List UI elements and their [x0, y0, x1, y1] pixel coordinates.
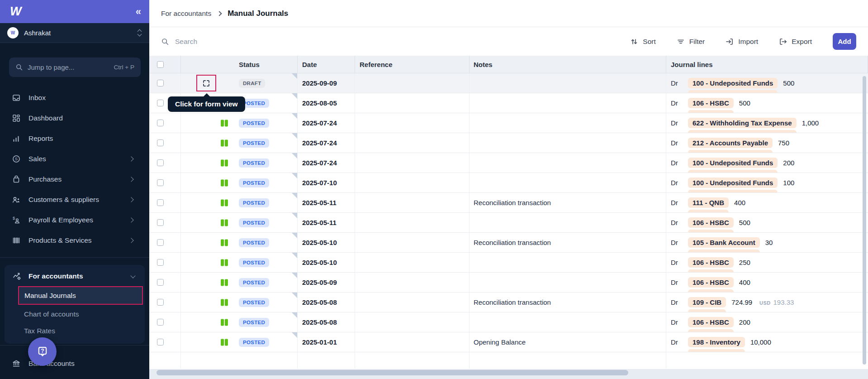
- header-journal-lines[interactable]: Journal lines: [666, 56, 868, 73]
- account-chip[interactable]: 106 - HSBC: [688, 98, 734, 108]
- row-checkbox[interactable]: [157, 100, 164, 106]
- table-row[interactable]: POSTED 2025-05-09 Dr 106 - HSBC 400 106 …: [149, 273, 868, 293]
- select-all-checkbox[interactable]: [157, 61, 164, 68]
- sidebar-item-inbox[interactable]: Inbox: [0, 87, 149, 108]
- sidebar-item-dashboard[interactable]: Dashboard: [0, 108, 149, 128]
- account-chip[interactable]: 100 - Undeposited Funds: [688, 178, 778, 188]
- sidebar-divider: [0, 345, 149, 345]
- journal-book-icon: [219, 158, 229, 167]
- table-row[interactable]: POSTED 2025-07-24 Dr 212 - Accounts Paya…: [149, 133, 868, 153]
- sidebar-item-payroll-employees[interactable]: $ Payroll & Employees: [0, 210, 149, 230]
- table-row[interactable]: POSTED 2025-01-01 Opening Balance Dr 198…: [149, 332, 868, 352]
- row-checkbox[interactable]: [157, 199, 164, 206]
- row-checkbox[interactable]: [157, 139, 164, 146]
- search-input[interactable]: [175, 38, 329, 46]
- row-checkbox[interactable]: [157, 80, 164, 86]
- filter-button[interactable]: Filter: [677, 38, 705, 46]
- form-view-expand-button[interactable]: [196, 75, 216, 91]
- row-checkbox[interactable]: [157, 259, 164, 266]
- table-row[interactable]: DRAFT 2025-09-09 Dr 100 - Undeposited Fu…: [149, 73, 868, 93]
- account-chip[interactable]: 106 - HSBC: [688, 217, 734, 228]
- row-checkbox[interactable]: [157, 179, 164, 186]
- sidebar-item-for-accountants[interactable]: For accountants: [5, 267, 145, 285]
- debit-label: Dr: [671, 298, 683, 306]
- jump-to-page-button[interactable]: Jump to page... Ctrl + P: [9, 58, 141, 77]
- import-button[interactable]: Import: [726, 38, 758, 46]
- cell-corner-marker: [292, 73, 297, 79]
- account-chip-peek: 100 - Undeposited Funds: [688, 190, 778, 192]
- org-selector[interactable]: W Ashrakat: [0, 23, 149, 43]
- table-search[interactable]: [161, 38, 630, 46]
- debit-label: Dr: [671, 159, 683, 167]
- row-checkbox[interactable]: [157, 159, 164, 166]
- debit-label: Dr: [671, 259, 683, 266]
- account-chip[interactable]: 100 - Undeposited Funds: [688, 158, 778, 168]
- header-notes[interactable]: Notes: [470, 56, 666, 73]
- horizontal-scrollbar-track[interactable]: [149, 369, 868, 379]
- account-chip[interactable]: 106 - HSBC: [688, 257, 734, 268]
- debit-label: Dr: [671, 239, 683, 246]
- table-row[interactable]: POSTED 2025-05-11 Reconciliation transac…: [149, 193, 868, 213]
- account-chip-peek: 106 - HSBC: [688, 289, 734, 292]
- table-row[interactable]: POSTED 2025-07-10 Dr 100 - Undeposited F…: [149, 173, 868, 193]
- breadcrumb-parent[interactable]: For accountants: [161, 10, 211, 18]
- account-chip[interactable]: 111 - QNB: [688, 197, 729, 208]
- horizontal-scrollbar-thumb[interactable]: [157, 370, 628, 375]
- account-chip[interactable]: 622 - Withholding Tax Expense: [688, 118, 797, 128]
- account-chip[interactable]: 106 - HSBC: [688, 317, 734, 327]
- sidebar-collapse-button[interactable]: «: [136, 7, 141, 17]
- account-chip[interactable]: 106 - HSBC: [688, 277, 734, 288]
- status-cell: POSTED: [181, 233, 298, 252]
- cell-corner-marker: [292, 193, 297, 198]
- table-row[interactable]: POSTED 2025-05-11 Dr 106 - HSBC 500 106 …: [149, 213, 868, 233]
- row-checkbox[interactable]: [157, 279, 164, 286]
- sidebar-item-chart-of-accounts[interactable]: Chart of accounts: [5, 306, 145, 322]
- journal-book-icon: [219, 119, 229, 127]
- row-checkbox[interactable]: [157, 319, 164, 326]
- sidebar-item-customers-suppliers[interactable]: Customers & suppliers: [0, 189, 149, 210]
- reference-cell: [355, 93, 470, 113]
- export-button[interactable]: Export: [779, 38, 812, 46]
- debit-label: Dr: [671, 79, 683, 87]
- date-cell: 2025-05-09: [298, 273, 355, 292]
- account-chip-peek: 111 - QNB: [688, 210, 729, 212]
- table-row[interactable]: POSTED 2025-08-05 Dr 106 - HSBC 500 106 …: [149, 93, 868, 113]
- row-checkbox[interactable]: [157, 339, 164, 345]
- table-row[interactable]: POSTED 2025-05-08 Reconciliation transac…: [149, 293, 868, 312]
- payroll-icon: $: [12, 216, 21, 225]
- row-checkbox[interactable]: [157, 299, 164, 306]
- account-chip[interactable]: 212 - Accounts Payable: [688, 138, 773, 148]
- table-row[interactable]: POSTED 2025-05-08 Dr 106 - HSBC 200 106 …: [149, 312, 868, 332]
- sidebar-item-purchases[interactable]: Purchases: [0, 169, 149, 189]
- sidebar-item-manual-journals[interactable]: Manual Journals: [18, 286, 143, 305]
- status-badge: POSTED: [239, 158, 269, 168]
- table-row[interactable]: POSTED 2025-07-24 Dr 622 - Withholding T…: [149, 113, 868, 133]
- sidebar-item-products-services[interactable]: Products & Services: [0, 230, 149, 250]
- sidebar-item-tax-rates[interactable]: Tax Rates: [5, 322, 145, 339]
- add-button[interactable]: Add: [833, 33, 856, 50]
- sidebar-item-reports[interactable]: Reports: [0, 128, 149, 149]
- account-chip[interactable]: 105 - Bank Account: [688, 237, 760, 248]
- sidebar-item-sales[interactable]: S Sales: [0, 149, 149, 169]
- account-chip[interactable]: 100 - Undeposited Funds: [688, 78, 778, 88]
- status-cell: POSTED: [181, 293, 298, 312]
- journal-lines-cell: Dr 106 - HSBC 250 106 - HSBC: [666, 253, 861, 272]
- row-checkbox[interactable]: [157, 219, 164, 226]
- table-row[interactable]: POSTED 2025-05-10 Dr 106 - HSBC 250 106 …: [149, 253, 868, 273]
- sort-button[interactable]: Sort: [630, 38, 655, 46]
- help-button[interactable]: ?: [28, 337, 57, 366]
- header-date[interactable]: Date: [298, 56, 355, 73]
- row-checkbox[interactable]: [157, 239, 164, 246]
- account-chip[interactable]: 109 - CIB: [688, 297, 726, 307]
- currency-code: USD: [759, 300, 770, 306]
- row-checkbox[interactable]: [157, 120, 164, 126]
- journal-book-icon: [219, 318, 229, 326]
- sidebar-item-bank-accounts[interactable]: Bank accounts: [0, 354, 149, 374]
- vertical-scrollbar-thumb[interactable]: [863, 76, 866, 365]
- table-row[interactable]: POSTED 2025-05-10 Reconciliation transac…: [149, 233, 868, 253]
- header-reference[interactable]: Reference: [355, 56, 470, 73]
- table-row[interactable]: POSTED 2025-07-24 Dr 100 - Undeposited F…: [149, 153, 868, 173]
- reference-cell: [355, 233, 470, 252]
- account-chip[interactable]: 198 - Inventory: [688, 337, 745, 347]
- header-status[interactable]: Status: [181, 56, 298, 73]
